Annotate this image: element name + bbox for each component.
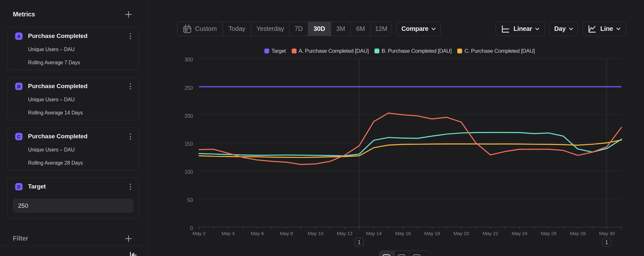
svg-text:300: 300 <box>185 57 193 62</box>
svg-text:150: 150 <box>185 141 193 147</box>
svg-text:May 2: May 2 <box>193 231 205 236</box>
svg-text:50: 50 <box>187 197 193 203</box>
svg-text:May 22: May 22 <box>482 231 498 236</box>
svg-text:May 28: May 28 <box>570 231 586 236</box>
svg-text:May 10: May 10 <box>308 231 324 236</box>
svg-text:May 24: May 24 <box>512 231 527 236</box>
svg-text:May 16: May 16 <box>395 231 411 236</box>
svg-text:250: 250 <box>185 85 193 91</box>
svg-text:1: 1 <box>358 239 361 245</box>
svg-text:100: 100 <box>185 169 193 175</box>
svg-text:May 8: May 8 <box>280 231 293 236</box>
svg-text:May 30: May 30 <box>599 231 615 236</box>
svg-text:200: 200 <box>185 113 193 119</box>
svg-text:May 12: May 12 <box>337 231 353 236</box>
svg-text:May 20: May 20 <box>453 231 469 236</box>
svg-text:1: 1 <box>605 239 608 245</box>
svg-text:0: 0 <box>190 225 193 231</box>
svg-text:May 18: May 18 <box>424 231 440 236</box>
svg-text:May 14: May 14 <box>366 231 382 236</box>
svg-text:May 4: May 4 <box>222 231 235 236</box>
svg-text:May 26: May 26 <box>541 231 556 236</box>
svg-text:May 6: May 6 <box>251 231 264 236</box>
